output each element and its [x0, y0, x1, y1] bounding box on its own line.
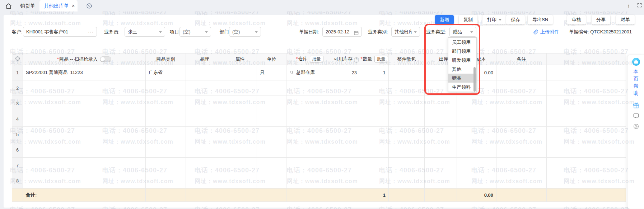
close-tab-icon[interactable]: ×	[72, 3, 75, 9]
cell-package[interactable]	[389, 65, 425, 80]
empty-cell[interactable]	[23, 96, 146, 111]
empty-cell[interactable]	[496, 127, 547, 142]
empty-cell[interactable]	[389, 142, 425, 158]
save-button[interactable]: 保存	[506, 15, 525, 24]
empty-cell[interactable]	[547, 96, 626, 111]
empty-cell[interactable]	[425, 111, 457, 127]
tab-list-chevron-icon[interactable]	[86, 3, 92, 9]
dropdown-scrollbar[interactable]	[473, 67, 476, 92]
empty-cell[interactable]	[146, 158, 186, 173]
empty-cell[interactable]	[23, 158, 146, 173]
empty-cell[interactable]	[547, 80, 626, 96]
empty-cell[interactable]	[257, 142, 286, 158]
empty-cell[interactable]	[146, 96, 186, 111]
check-bill-button[interactable]: 对单	[616, 15, 635, 24]
empty-cell[interactable]	[23, 142, 146, 158]
empty-cell[interactable]	[257, 173, 286, 189]
collapse-panel-icon[interactable]	[627, 123, 644, 131]
dropdown-option-selected[interactable]: 赠品	[448, 74, 476, 83]
empty-cell[interactable]	[496, 80, 547, 96]
share-button[interactable]: 分享	[592, 15, 610, 24]
empty-cell[interactable]	[389, 96, 425, 111]
upload-attachment-link[interactable]: 上传附件	[533, 27, 559, 37]
cell-remark[interactable]	[496, 65, 547, 80]
col-remark[interactable]: 备注	[496, 54, 547, 65]
tab-other-outbound[interactable]: 其他出库单×	[39, 0, 78, 11]
col-product[interactable]: *商品 -- 扫描枪录入	[23, 54, 146, 65]
empty-cell[interactable]	[333, 173, 360, 189]
empty-cell[interactable]	[23, 127, 146, 142]
empty-cell[interactable]	[186, 142, 223, 158]
empty-cell[interactable]	[360, 96, 389, 111]
empty-cell[interactable]	[547, 158, 626, 173]
cell-warehouse[interactable]: 总部仓库	[286, 65, 333, 80]
empty-cell[interactable]	[360, 111, 389, 127]
empty-cell[interactable]	[389, 80, 425, 96]
warehouse-batch-button[interactable]: 批量	[310, 56, 323, 62]
empty-cell[interactable]	[223, 111, 257, 127]
empty-cell[interactable]	[547, 173, 626, 189]
empty-cell[interactable]	[457, 96, 496, 111]
empty-cell[interactable]	[223, 142, 257, 158]
help-circle-icon[interactable]: ?	[354, 57, 359, 62]
dropdown-option[interactable]: 员工领用	[448, 38, 476, 47]
audit-button[interactable]: 审核	[567, 15, 586, 24]
empty-cell[interactable]	[496, 111, 547, 127]
empty-cell[interactable]	[360, 142, 389, 158]
empty-cell[interactable]	[286, 142, 333, 158]
empty-cell[interactable]	[286, 96, 333, 111]
empty-cell[interactable]	[457, 158, 496, 173]
empty-cell[interactable]	[360, 173, 389, 189]
empty-cell[interactable]	[425, 173, 457, 189]
empty-cell[interactable]	[286, 173, 333, 189]
new-button[interactable]: 新增	[435, 15, 454, 24]
copy-button[interactable]: 复制	[459, 15, 477, 24]
empty-cell[interactable]	[457, 111, 496, 127]
empty-cell[interactable]	[186, 96, 223, 111]
empty-cell[interactable]	[547, 111, 626, 127]
col-package[interactable]: 整件散包	[389, 54, 425, 65]
gift-icon[interactable]	[627, 102, 644, 110]
biz-category-select[interactable]: 其他出库	[391, 27, 420, 37]
col-attribute[interactable]: 属性	[223, 54, 257, 65]
empty-cell[interactable]	[496, 96, 547, 111]
page-help-label[interactable]: 本页帮助	[627, 68, 644, 97]
empty-cell[interactable]	[333, 127, 360, 142]
empty-cell[interactable]	[333, 80, 360, 96]
empty-cell[interactable]	[257, 96, 286, 111]
empty-cell[interactable]	[425, 127, 457, 142]
col-qty[interactable]: *数量批量	[360, 54, 389, 65]
help-mascot-icon[interactable]	[627, 58, 644, 66]
col-category[interactable]: 商品类别	[146, 54, 186, 65]
empty-cell[interactable]	[146, 127, 186, 142]
cell-brand[interactable]	[186, 65, 223, 80]
cell-product[interactable]: SP222001 普通商品_11223	[23, 65, 146, 80]
empty-cell[interactable]	[257, 80, 286, 96]
customer-input[interactable]: KH0001 零售客户01 ···	[23, 27, 97, 37]
cell-category[interactable]: 广东省	[146, 65, 186, 80]
calendar-icon[interactable]	[354, 29, 359, 35]
cell-unit[interactable]: 只	[257, 65, 286, 80]
empty-cell[interactable]	[146, 111, 186, 127]
department-select[interactable]: (空)	[229, 27, 261, 37]
empty-cell[interactable]	[389, 127, 425, 142]
gear-icon[interactable]	[15, 57, 20, 62]
dropdown-option[interactable]: 其他	[448, 65, 476, 74]
col-available-stock[interactable]: 可用库存?	[333, 54, 360, 65]
export-sn-button[interactable]: 导出SN	[528, 15, 553, 24]
empty-cell[interactable]	[186, 111, 223, 127]
chat-icon[interactable]	[627, 112, 644, 120]
dropdown-option[interactable]: 部门领用	[448, 47, 476, 56]
empty-cell[interactable]	[457, 127, 496, 142]
empty-cell[interactable]	[333, 158, 360, 173]
empty-cell[interactable]	[223, 127, 257, 142]
empty-cell[interactable]	[257, 158, 286, 173]
cell-qty[interactable]: 1	[360, 65, 389, 80]
empty-cell[interactable]	[496, 173, 547, 189]
cell-attribute[interactable]	[223, 65, 257, 80]
empty-cell[interactable]	[286, 80, 333, 96]
home-icon[interactable]	[5, 3, 12, 10]
scroll-top-icon[interactable]: ↑	[625, 3, 632, 9]
empty-cell[interactable]	[333, 142, 360, 158]
empty-cell[interactable]	[360, 127, 389, 142]
